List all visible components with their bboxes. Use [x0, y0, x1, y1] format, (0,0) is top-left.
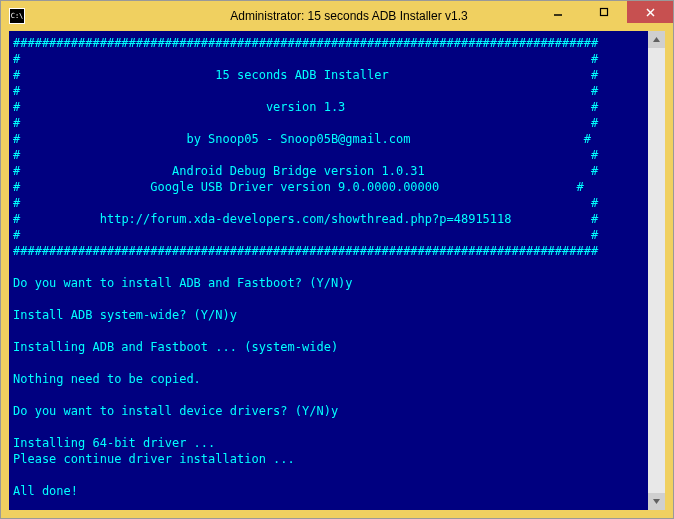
banner-side: # — [591, 196, 598, 210]
cmd-icon: C:\ — [9, 8, 25, 24]
banner-side: # — [13, 84, 20, 98]
svg-marker-5 — [653, 499, 660, 504]
banner-side: # — [13, 132, 20, 146]
banner-side: # — [591, 52, 598, 66]
console-area: ########################################… — [9, 31, 665, 510]
banner-side: # — [584, 132, 591, 146]
minimize-icon — [553, 7, 563, 17]
log-line: Please continue driver installation ... — [13, 452, 295, 466]
close-button[interactable] — [627, 1, 673, 23]
banner-border-bottom: ########################################… — [13, 244, 598, 258]
banner-side: # — [13, 196, 20, 210]
banner-side: # — [577, 180, 584, 194]
banner-side: # — [13, 100, 20, 114]
banner-usb-driver: Google USB Driver version 9.0.0000.00000 — [150, 180, 439, 194]
banner-side: # — [591, 164, 598, 178]
log-line: Installing ADB and Fastboot ... (system-… — [13, 340, 338, 354]
banner-side: # — [591, 116, 598, 130]
log-line: Nothing need to be copied. — [13, 372, 201, 386]
banner-side: # — [591, 84, 598, 98]
banner-side: # — [13, 116, 20, 130]
maximize-icon — [599, 7, 609, 17]
banner-side: # — [13, 212, 20, 226]
close-icon — [645, 7, 656, 18]
banner-version: version 1.3 — [266, 100, 345, 114]
log-line: Do you want to install ADB and Fastboot?… — [13, 276, 353, 290]
vertical-scrollbar[interactable] — [648, 31, 665, 510]
log-line: Installing 64-bit driver ... — [13, 436, 215, 450]
banner-author: by Snoop05 - Snoop05B@gmail.com — [186, 132, 410, 146]
minimize-button[interactable] — [535, 1, 581, 23]
banner-side: # — [13, 148, 20, 162]
scroll-up-button[interactable] — [648, 31, 665, 48]
chevron-down-icon — [652, 497, 661, 506]
banner-side: # — [591, 228, 598, 242]
banner-side: # — [13, 180, 20, 194]
banner-adb-version: Android Debug Bridge version 1.0.31 — [172, 164, 425, 178]
svg-marker-4 — [653, 37, 660, 42]
banner-side: # — [591, 68, 598, 82]
banner-title: 15 seconds ADB Installer — [215, 68, 388, 82]
banner-side: # — [13, 228, 20, 242]
log-line: Install ADB system-wide? (Y/N)y — [13, 308, 237, 322]
banner-side: # — [591, 148, 598, 162]
banner-side: # — [13, 52, 20, 66]
window-controls — [535, 1, 673, 23]
console-output: ########################################… — [9, 31, 648, 510]
banner-border-top: ########################################… — [13, 36, 598, 50]
svg-rect-1 — [601, 9, 608, 16]
log-line: Do you want to install device drivers? (… — [13, 404, 338, 418]
banner-side: # — [13, 164, 20, 178]
titlebar: C:\ Administrator: 15 seconds ADB Instal… — [1, 1, 673, 31]
maximize-button[interactable] — [581, 1, 627, 23]
banner-url: http://forum.xda-developers.com/showthre… — [100, 212, 512, 226]
banner-side: # — [591, 100, 598, 114]
banner-side: # — [13, 68, 20, 82]
log-done: All done! — [13, 484, 78, 498]
chevron-up-icon — [652, 35, 661, 44]
scroll-down-button[interactable] — [648, 493, 665, 510]
banner-side: # — [591, 212, 598, 226]
